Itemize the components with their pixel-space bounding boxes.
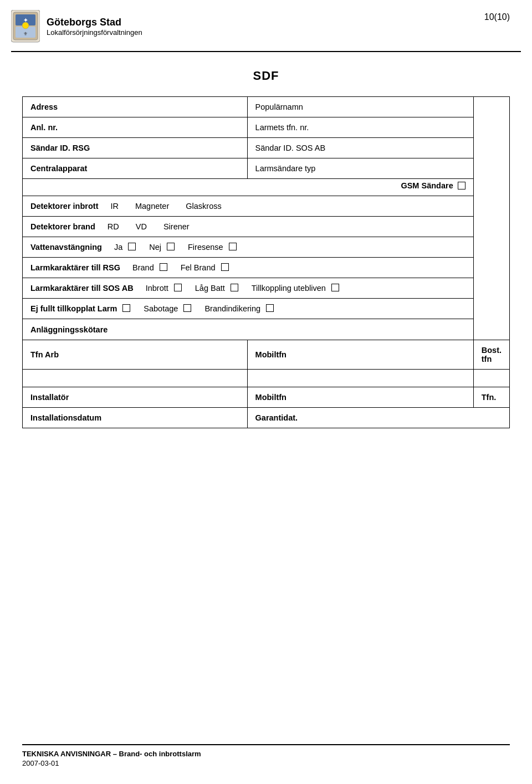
tfn-arb-value [23,370,248,387]
installatör-label: Installatör [23,387,248,408]
larm-sos-label: Larmkaraktärer till SOS AB [30,284,134,293]
header: ✦ ⚜ Göteborgs Stad Lokalförsörjningsförv… [0,0,532,43]
form-table: Adress Populärnamn Anl. nr. Larmets tfn.… [22,96,510,428]
larm-sos-group: Larmkaraktärer till SOS AB Inbrott Låg B… [30,284,466,293]
brand-checkbox[interactable] [160,263,167,271]
larm-rsg-cell: Larmkaraktärer till RSG Brand Fel Brand [23,258,474,278]
tillkoppling-checkbox[interactable] [331,284,339,291]
larm-sos-cell: Larmkaraktärer till SOS AB Inbrott Låg B… [23,278,474,299]
installatör-tfn-label: Tfn. [473,387,509,408]
footer-rule [22,744,510,745]
vatten-row: Vattenavstängning Ja Nej Firesense [23,237,510,258]
anlagg-label: Anläggningsskötare [30,325,108,334]
ej-fullt-row: Ej fullt tillkopplat Larm Sabotage Brand… [23,299,510,319]
ir-label: IR [110,202,119,211]
ej-fullt-cell: Ej fullt tillkopplat Larm Sabotage Brand… [23,299,474,319]
vd-label: VD [136,222,147,231]
mobiltfn-value [247,370,473,387]
central-row: Centralapparat Larmsändare typ [23,158,510,179]
sandar-row: Sändar ID. RSG Sändar ID. SOS AB [23,138,510,158]
larmsandare-label: Larmsändare typ [247,158,473,179]
svg-text:⚜: ⚜ [23,31,28,37]
logo-icon: ✦ ⚜ [11,10,40,43]
gsm-row: GSM Sändare [23,179,510,196]
nej-label: Nej [149,243,161,252]
tfn-value-row [23,370,510,387]
detektor-inbrott-label: Detektorer inbrott [30,202,98,211]
rd-label: RD [108,222,119,231]
ej-fullt-label: Ej fullt tillkopplat Larm [30,304,117,313]
nej-checkbox[interactable] [167,243,175,250]
larm-sos-row: Larmkaraktärer till SOS AB Inbrott Låg B… [23,278,510,299]
larmets-tfn-label: Larmets tfn. nr. [247,117,473,138]
ja-checkbox[interactable] [128,243,136,250]
brandindikering-label: Brandindikering [204,304,260,313]
felbrand-label: Fel Brand [181,263,216,272]
installatör-mobiltfn-label: Mobiltfn [247,387,473,408]
sandar-rsg-label: Sändar ID. RSG [23,138,248,158]
bost-tfn-label: Bost. tfn [473,340,509,370]
detektor-inbrott-cell: Detektorer inbrott IR Magneter Glaskross [23,196,474,217]
sandar-sos-label: Sändar ID. SOS AB [247,138,473,158]
sabotage-checkbox[interactable] [183,304,191,312]
page-number: 10(10) [484,12,510,22]
org-name: Göteborgs Stad [47,17,142,28]
sdf-title: SDF [22,69,510,83]
sirener-label: Sirener [163,222,190,231]
tfn-row: Tfn Arb Mobiltfn Bost. tfn [23,340,510,370]
tfn-arb-label: Tfn Arb [23,340,248,370]
detektor-brand-label: Detektorer brand [30,222,95,231]
felbrand-checkbox[interactable] [221,263,229,271]
anlagg-cell: Anläggningsskötare [23,319,474,340]
footer: TEKNISKA ANVISNINGAR – Brand- och inbrot… [0,744,532,767]
adress-row: Adress Populärnamn [23,97,510,117]
brandindikering-checkbox[interactable] [266,304,274,312]
tillkoppling-label: Tillkoppling utebliven [252,284,326,293]
vatten-group: Vattenavstängning Ja Nej Firesense [30,243,466,252]
page: ✦ ⚜ Göteborgs Stad Lokalförsörjningsförv… [0,0,532,784]
main-content: SDF Adress Populärnamn Anl. nr. [0,52,532,439]
firesense-label: Firesense [188,243,223,252]
footer-text: TEKNISKA ANVISNINGAR – Brand- och inbrot… [22,750,510,758]
magneter-label: Magneter [135,202,169,211]
installationsdatum-label: Installationsdatum [23,408,248,428]
popularnamn-label: Populärnamn [247,97,473,117]
svg-text:✦: ✦ [23,17,28,23]
installationsdatum-row: Installationsdatum Garantidat. [23,408,510,428]
larm-rsg-group: Larmkaraktärer till RSG Brand Fel Brand [30,263,466,272]
vatten-cell: Vattenavstängning Ja Nej Firesense [23,237,474,258]
lag-batt-checkbox[interactable] [231,284,238,291]
vatten-label: Vattenavstängning [30,243,102,252]
gsm-cell: GSM Sändare [23,179,474,196]
logo-area: ✦ ⚜ Göteborgs Stad Lokalförsörjningsförv… [11,10,142,43]
detektor-inbrott-row: Detektorer inbrott IR Magneter Glaskross [23,196,510,217]
ej-fullt-checkbox[interactable] [122,304,130,312]
sabotage-label: Sabotage [144,304,178,313]
detektor-brand-group: Detektorer brand RD VD Sirener [30,222,466,231]
ja-label: Ja [114,243,122,252]
larm-rsg-label: Larmkaraktärer till RSG [30,263,120,272]
org-sub: Lokalförsörjningsförvaltningen [47,28,142,37]
anl-row: Anl. nr. Larmets tfn. nr. [23,117,510,138]
footer-date: 2007-03-01 [22,759,510,767]
brand-label: Brand [132,263,154,272]
mobiltfn-label: Mobiltfn [247,340,473,370]
larm-rsg-row: Larmkaraktärer till RSG Brand Fel Brand [23,258,510,278]
anl-label: Anl. nr. [23,117,248,138]
inbrott-label: Inbrott [146,284,168,293]
bost-value [473,370,509,387]
detektor-brand-row: Detektorer brand RD VD Sirener [23,217,510,237]
detektor-inbrott-group: Detektorer inbrott IR Magneter Glaskross [30,202,466,211]
ej-fullt-group: Ej fullt tillkopplat Larm Sabotage Brand… [30,304,466,313]
anlagg-row: Anläggningsskötare [23,319,510,340]
glaskross-label: Glaskross [186,202,221,211]
gsm-checkbox[interactable] [458,182,466,189]
inbrott-checkbox[interactable] [174,284,182,291]
garantidat-label: Garantidat. [247,408,509,428]
adress-label: Adress [23,97,248,117]
detektor-brand-cell: Detektorer brand RD VD Sirener [23,217,474,237]
firesense-checkbox[interactable] [229,243,237,250]
installatör-row: Installatör Mobiltfn Tfn. [23,387,510,408]
centralapparat-label: Centralapparat [23,158,248,179]
lag-batt-label: Låg Batt [195,284,225,293]
